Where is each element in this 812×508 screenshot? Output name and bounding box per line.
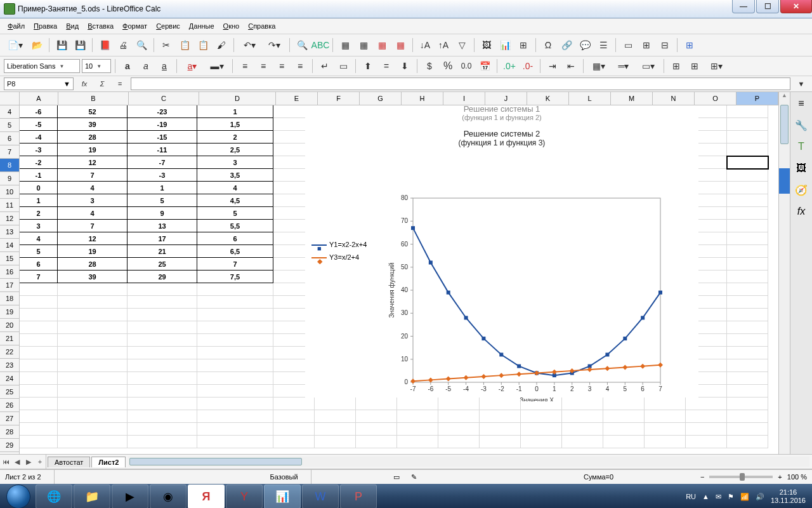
sort-desc-button[interactable]: ↑A xyxy=(435,37,452,53)
cell-P4[interactable] xyxy=(727,105,768,118)
menu-Файл[interactable]: Файл xyxy=(4,20,29,32)
row-header-7[interactable]: 7 xyxy=(0,145,19,159)
save-button[interactable]: 💾 xyxy=(53,37,70,53)
cell-P16[interactable] xyxy=(727,258,768,271)
cell-E29[interactable] xyxy=(273,423,315,436)
cell-P19[interactable] xyxy=(727,296,768,309)
cell-A26[interactable] xyxy=(20,385,58,398)
cell-C25[interactable] xyxy=(128,372,197,385)
cell-M28[interactable] xyxy=(603,410,645,423)
function-wizard-button[interactable]: fx xyxy=(77,77,91,90)
cell-B20[interactable] xyxy=(58,309,128,321)
menu-Формат[interactable]: Формат xyxy=(119,20,151,32)
sheet-tab-Автостат[interactable]: Автостат xyxy=(48,457,90,467)
cell-O29[interactable] xyxy=(686,423,727,436)
spreadsheet-grid[interactable]: -652-231-539-191,5-428-152-319-112,5-212… xyxy=(20,105,778,454)
cell-P28[interactable] xyxy=(727,410,768,423)
cell-D25[interactable] xyxy=(197,372,273,385)
cell-D14[interactable]: 6 xyxy=(197,232,273,245)
cell-B30[interactable] xyxy=(58,436,128,448)
comment-button[interactable]: 💬 xyxy=(577,37,593,53)
cell-P30[interactable] xyxy=(727,436,768,448)
row-header-12[interactable]: 12 xyxy=(0,212,19,225)
cell-A6[interactable]: -4 xyxy=(20,131,58,144)
zoom-out-button[interactable]: − xyxy=(700,473,704,481)
cell-D12[interactable]: 5 xyxy=(197,207,273,220)
system-tray[interactable]: RU ▲ ✉ ⚑ 📶 🔊 21:16 13.11.2016 xyxy=(686,488,811,505)
cell-D17[interactable]: 7,5 xyxy=(197,271,273,283)
cell-A24[interactable] xyxy=(20,359,58,372)
tray-flag-icon[interactable]: ▲ xyxy=(702,493,709,500)
taskbar-ybrowser-icon[interactable]: Y xyxy=(226,485,263,508)
cell-B14[interactable]: 12 xyxy=(58,232,128,245)
image-button[interactable]: 🖼 xyxy=(478,37,495,53)
remove-decimal-button[interactable]: .0- xyxy=(520,58,536,74)
col-header-H[interactable]: H xyxy=(402,92,443,105)
font-color-button[interactable]: a▾ xyxy=(181,58,204,74)
redo-button[interactable]: ↷▾ xyxy=(263,37,285,53)
row-header-6[interactable]: 6 xyxy=(0,132,19,145)
cell-H29[interactable] xyxy=(397,423,438,436)
borders-button[interactable]: ▦▾ xyxy=(587,58,610,74)
cell-D9[interactable]: 3,5 xyxy=(197,169,273,182)
col-header-P[interactable]: P xyxy=(737,92,778,105)
italic-button[interactable]: a xyxy=(138,58,154,74)
name-box[interactable]: P8▼ xyxy=(4,77,74,90)
cell-C6[interactable]: -15 xyxy=(128,131,197,144)
cell-A25[interactable] xyxy=(20,372,58,385)
cell-D11[interactable]: 4,5 xyxy=(197,194,273,207)
percent-button[interactable]: % xyxy=(440,58,456,74)
row-header-28[interactable]: 28 xyxy=(0,425,19,439)
cell-D21[interactable] xyxy=(197,321,273,334)
select-all-corner[interactable] xyxy=(0,92,20,105)
cell-P24[interactable] xyxy=(727,359,768,372)
cell-C21[interactable] xyxy=(128,321,197,334)
tab-add-button[interactable]: + xyxy=(34,456,46,467)
expand-formula-button[interactable]: ▼ xyxy=(794,77,808,90)
cell-M29[interactable] xyxy=(603,423,645,436)
row-header-30[interactable]: 30 xyxy=(0,452,19,454)
row-header-19[interactable]: 19 xyxy=(0,305,19,319)
new-doc-button[interactable]: 📄▾ xyxy=(4,37,27,53)
pivot-button[interactable]: ⊞ xyxy=(515,37,532,53)
cell-P29[interactable] xyxy=(727,423,768,436)
cell-C24[interactable] xyxy=(128,359,197,372)
cut-button[interactable]: ✂ xyxy=(158,37,174,53)
sidebar-navigator-icon[interactable]: 🧭 xyxy=(794,182,809,197)
cell-B28[interactable] xyxy=(58,410,128,423)
cell-D16[interactable]: 7 xyxy=(197,258,273,271)
paste-button[interactable]: 📋 xyxy=(195,37,211,53)
cell-A16[interactable]: 6 xyxy=(20,258,58,271)
cell-C30[interactable] xyxy=(128,436,197,448)
cell-P18[interactable] xyxy=(727,283,768,296)
col-header-D[interactable]: D xyxy=(199,92,276,105)
cell-C11[interactable]: 5 xyxy=(128,194,197,207)
cell-B4[interactable]: 52 xyxy=(58,105,128,118)
cell-D22[interactable] xyxy=(197,334,273,347)
cell-D6[interactable]: 2 xyxy=(197,131,273,144)
cell-C19[interactable] xyxy=(128,296,197,309)
row-header-9[interactable]: 9 xyxy=(0,172,19,185)
cell-P25[interactable] xyxy=(727,372,768,385)
tray-network-icon[interactable]: 📶 xyxy=(740,493,749,501)
cell-B19[interactable] xyxy=(58,296,128,309)
row-header-17[interactable]: 17 xyxy=(0,279,19,292)
cell-A7[interactable]: -3 xyxy=(20,144,58,156)
row-header-14[interactable]: 14 xyxy=(0,239,19,252)
cell-L28[interactable] xyxy=(562,410,603,423)
cell-A13[interactable]: 3 xyxy=(20,220,58,232)
close-button[interactable]: ✕ xyxy=(780,0,812,13)
row-header-15[interactable]: 15 xyxy=(0,252,19,265)
cell-D27[interactable] xyxy=(197,398,273,410)
cell-P23[interactable] xyxy=(727,347,768,359)
vscroll-thumb[interactable] xyxy=(780,105,789,144)
cell-D29[interactable] xyxy=(197,423,273,436)
cell-B18[interactable] xyxy=(58,283,128,296)
row-header-24[interactable]: 24 xyxy=(0,372,19,385)
cell-P20[interactable] xyxy=(727,309,768,321)
equals-button[interactable]: = xyxy=(113,77,127,90)
taskbar-explorer-icon[interactable]: 📁 xyxy=(74,485,110,508)
sidebar-menu-icon[interactable]: ≡ xyxy=(794,96,809,111)
menu-Данные[interactable]: Данные xyxy=(185,20,218,32)
hscroll-thumb[interactable] xyxy=(129,458,302,465)
